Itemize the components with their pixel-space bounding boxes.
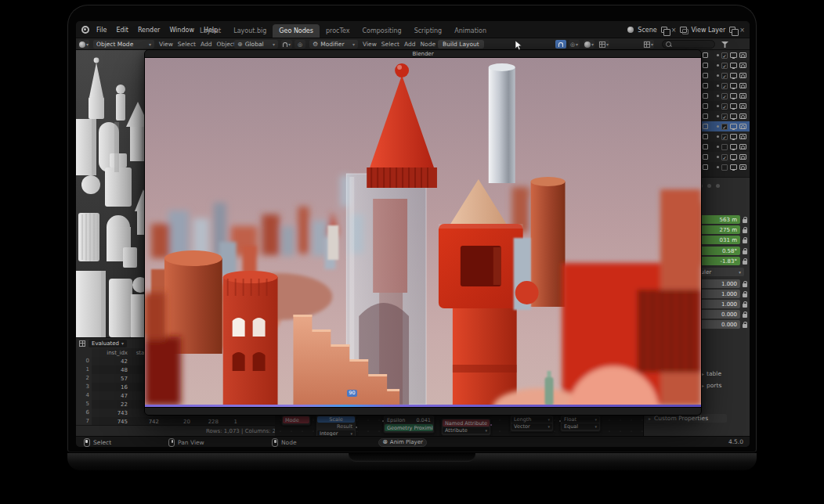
viewport-menu-item[interactable]: Add [201,41,212,48]
checkbox-icon[interactable]: ✓ [721,103,728,110]
checkbox-icon[interactable]: ✓ [721,93,728,99]
length-dropdown[interactable]: Length▾ [511,416,552,423]
anim-player-button[interactable]: ⊗ Anim Player [378,438,427,447]
camera-toggle-icon[interactable] [739,52,746,58]
frame-badge[interactable]: 90 [347,390,357,397]
workspace-tab[interactable]: Geo Nodes [273,24,320,38]
node-named-attribute[interactable]: Named Attribute Attribute▾ [441,418,491,436]
camera-toggle-icon[interactable] [739,113,746,119]
camera-toggle-icon[interactable] [739,164,746,170]
search-input[interactable] [674,41,710,48]
lock-icon[interactable] [743,229,747,233]
viewport-menu-item[interactable]: Select [178,41,196,48]
checkbox-icon[interactable]: ✓ [721,154,728,160]
checkbox-icon[interactable]: ✓ [721,73,728,79]
output-socket[interactable] [355,426,358,429]
node-menu-item[interactable]: Add [404,41,416,48]
menu-item[interactable]: Window [169,27,194,34]
scene-name[interactable]: Scene [638,27,656,34]
float-dropdown[interactable]: Float▾ [562,416,599,423]
monitor-toggle-icon[interactable] [730,113,737,119]
attribute-field[interactable]: Attribute▾ [443,427,490,434]
camera-toggle-icon[interactable] [739,93,746,99]
mode-dropdown[interactable]: Object Mode▾ [93,40,154,49]
node-menu-item[interactable]: Select [381,41,399,48]
lock-icon[interactable] [743,293,747,297]
monitor-toggle-icon[interactable] [730,134,737,139]
panel-fragment-1[interactable]: ▸table [702,370,721,377]
snap-active-toggle[interactable] [555,40,566,49]
monitor-toggle-icon[interactable] [730,83,737,88]
camera-toggle-icon[interactable] [739,144,746,149]
view-layer-name[interactable]: View Layer [691,27,725,34]
node-header[interactable]: Mode [283,416,309,423]
node-menu-item[interactable]: Node [420,41,435,48]
render-window-titlebar[interactable]: Blender [145,50,701,58]
camera-toggle-icon[interactable] [739,83,746,88]
workspace-tab[interactable]: Compositing [356,24,407,38]
monitor-toggle-icon[interactable] [730,103,737,109]
node-geometry-proximity[interactable]: Epsilon0.041 Geometry Proximity [383,415,435,434]
monitor-toggle-icon[interactable] [730,63,737,68]
lock-icon[interactable] [743,261,747,265]
checkbox-icon[interactable] [721,164,728,171]
menu-item[interactable]: Edit [116,27,128,34]
overlay-toggle-3[interactable]: ▾ [598,40,609,49]
node-mode-dropdown[interactable]: ⚙Modifier▾ [309,40,358,49]
checkbox-icon[interactable]: ✓ [721,83,728,89]
monitor-toggle-icon[interactable] [730,93,737,99]
menu-item[interactable]: File [96,27,107,34]
build-layout-button[interactable]: Build Layout [438,40,484,49]
monitor-toggle-icon[interactable] [730,52,737,58]
checkbox-icon[interactable]: ✓ [721,134,728,140]
checkbox-icon[interactable]: ✓ [721,63,728,69]
dataset-dropdown[interactable]: Evaluated ▾ [89,340,127,347]
workspace-tab[interactable]: Layout [193,24,227,38]
column-header-inst-idx[interactable]: inst_idx [92,350,131,356]
integer-dropdown[interactable]: Integer▾ [317,430,355,436]
unlink-scene-icon[interactable]: × [671,27,677,34]
checkbox-icon[interactable]: ✓ [721,113,728,120]
viewport-menu-item[interactable]: Object [216,41,235,48]
lock-icon[interactable] [743,219,747,223]
monitor-toggle-icon[interactable] [730,124,737,129]
camera-toggle-icon[interactable] [739,63,746,68]
editor-type-dropdown[interactable]: ▾ [78,40,89,49]
render-window[interactable]: Blender [144,49,702,416]
lock-icon[interactable] [743,239,747,243]
lock-icon[interactable] [743,324,747,328]
proportional-edit-toggle[interactable]: ◎ [295,40,305,49]
vector-dropdown[interactable]: Vector▾ [511,423,552,430]
workspace-tab[interactable]: Scripting [408,24,449,38]
orientation-dropdown[interactable]: ⊕Global▾ [234,40,278,49]
node-menu-item[interactable]: View [363,41,377,48]
overlay-toggle-1[interactable]: ◎▾ [569,40,580,49]
node-scale[interactable]: Scale Result Integer▾ [316,415,356,436]
outliner-display-dropdown[interactable]: ▾ [643,40,654,49]
checkbox-icon[interactable] [721,144,728,150]
menu-item[interactable]: Render [138,27,160,34]
camera-toggle-icon[interactable] [739,154,746,160]
outliner-search[interactable] [662,40,715,49]
checkbox-icon[interactable]: ✓ [721,124,728,130]
compare-input-socket[interactable] [558,419,562,423]
workspace-tab[interactable]: procTex [320,24,356,38]
workspace-tab[interactable]: Animation [448,24,493,38]
named-attribute-header[interactable]: Named Attribute [443,419,490,427]
lock-icon[interactable] [743,250,747,254]
new-view-layer-icon[interactable] [729,27,735,33]
node-sample-settings[interactable]: Length▾ Vector▾ [510,415,554,432]
remove-view-layer-icon[interactable]: × [739,27,745,34]
attribute-output-socket[interactable] [490,423,493,427]
workspace-tab[interactable]: Layout.big [227,24,273,38]
checkbox-icon[interactable]: ✓ [721,52,728,59]
viewport-menu-item[interactable]: View [159,41,173,48]
new-scene-icon[interactable] [661,27,667,33]
blender-logo-icon[interactable] [81,26,89,34]
node-compare[interactable]: Float▾ Equal▾ [560,415,601,432]
snap-toggle[interactable]: ▾ [281,40,292,49]
panel-fragment-2[interactable]: ▸ports [702,382,721,389]
lock-icon[interactable] [743,304,747,308]
camera-toggle-icon[interactable] [739,124,746,129]
lock-icon[interactable] [743,283,747,287]
